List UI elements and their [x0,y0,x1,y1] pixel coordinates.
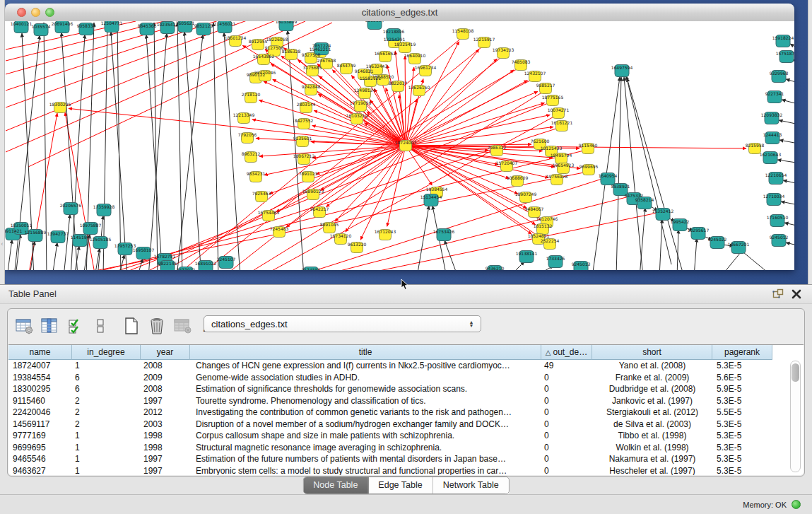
collapsed-panel-handle-icon[interactable]: ‹ [0,239,4,249]
graph-node-label: 16958107 [133,247,155,252]
graph-node-label: 20691406 [52,21,73,26]
cell-year: 1997 [141,453,190,465]
graph-node-label: 7792056 [238,132,257,137]
graph-edge [659,219,662,270]
select-all-icon [67,317,83,334]
cell-year: 1998 [141,430,190,442]
memory-status-indicator[interactable] [792,500,801,509]
graph-node-label: 16712043 [375,229,396,234]
table-row[interactable]: 911546021997Tourette syndrome. Phenomeno… [8,395,804,407]
graph-node-label: 8454749 [337,63,356,68]
table-row[interactable]: 946362711997Embryonic stem cells: a mode… [8,465,804,476]
column-header-pagerank[interactable]: pagerank [712,345,772,360]
graph-edge [7,240,12,270]
table-vertical-scrollbar[interactable] [790,361,801,472]
citation-graph[interactable]: 1872400718300295186012348912955182260589… [5,21,794,270]
graph-node-label: 19632443 [366,64,388,69]
cell-title: Structural magnetic resonance image aver… [190,442,541,454]
column-header-title[interactable]: title [190,345,541,360]
graph-node-label: 9245012 [770,235,789,240]
graph-node-label: 8186328 [282,49,301,54]
graph-node-label: 18226058 [266,37,288,42]
graph-node-label: 16754463 [258,210,280,215]
graph-edge [786,79,794,85]
table-row[interactable]: 946554611997Estimation of the future num… [8,453,804,465]
table-row[interactable]: 977716911998Corpus callosum shape and si… [8,430,804,442]
table-row[interactable]: 969969511998Structural magnetic resonanc… [8,442,804,454]
sort-ascending-icon: △ [546,349,551,356]
delete-column-button[interactable] [146,315,167,337]
graph-node-label: 2803144 [297,102,316,107]
graph-edge [52,243,57,270]
network-canvas[interactable]: 1872400718300295186012348912955182260589… [5,21,794,270]
table-row[interactable]: 1456911722003Disruption of a novel membe… [8,419,804,431]
column-header-year[interactable]: year [141,345,190,360]
graph-node-label: 11456021 [214,21,236,26]
tab-edge-table[interactable]: Edge Table [368,477,433,493]
new-table-button[interactable] [121,315,142,337]
graph-node-label: 2718120 [242,92,261,97]
table-row[interactable]: 1938455462009Genome-wide association stu… [8,372,804,384]
graph-node-label: 18775165 [542,95,564,100]
node-table[interactable]: namein_degreeyeartitle△out_de…shortpager… [8,344,804,475]
graph-edge [322,212,661,270]
scrollbar-thumb[interactable] [792,363,799,382]
cell-out_de: 0 [541,395,592,407]
toggle-rows-button[interactable] [90,315,111,337]
cell-pagerank: 5.3E-5 [712,430,772,442]
graph-node-label: 8845366 [138,23,157,28]
graph-node-label: 1640954 [599,173,618,178]
table-settings-button[interactable] [13,315,35,337]
close-panel-icon[interactable] [791,288,802,300]
graph-node-label: 18067212 [293,153,315,158]
table-row[interactable]: 1830029562008Estimation of significance … [8,383,804,395]
column-header-short[interactable]: short [592,345,712,360]
show-columns-button[interactable] [39,315,60,337]
cell-out_de: 0 [541,419,592,431]
tab-node-table[interactable]: Node Table [303,477,368,493]
float-panel-icon[interactable] [772,288,784,300]
tab-network-table[interactable]: Network Table [433,477,509,493]
graph-node-label: 9115460 [579,143,598,148]
table-selector-dropdown[interactable]: citations_edges.txt ▲▼ [204,315,481,332]
cell-short: Nakamura et al. (1997) [592,453,712,465]
graph-node-label: 3175685 [303,65,322,70]
graph-node-label: 9852123 [194,23,213,28]
cell-year: 2009 [141,372,190,384]
cell-name: 9777169 [8,430,72,442]
graph-node-label: 17160510 [767,215,789,220]
graph-node-label: 16120746 [536,216,558,221]
graph-node-label: 18350011 [11,223,33,228]
column-header-in_degree[interactable]: in_degree [72,345,141,360]
graph-node-label: 12093832 [761,112,783,117]
graph-node-label: 13942737 [47,231,69,236]
graph-node-label: 2245107 [217,257,236,262]
table-settings-icon [15,317,33,334]
graph-node-label: 7245463 [270,226,289,231]
graph-node-label: 8891045 [320,222,339,227]
graph-node-label: 7621600 [531,139,550,144]
graph-node-label: 20206576 [60,203,82,208]
graph-edge [346,146,406,232]
graph-node-label: 8215958 [746,143,765,148]
app-left-margin: ‹ [0,0,5,284]
graph-node-label: 19734103 [493,47,514,52]
graph-node-label: 8822037 [389,81,408,86]
graph-node-label: 19654923 [553,163,575,168]
column-header-out_de[interactable]: △out_de… [541,345,592,360]
network-window-titlebar[interactable]: citations_edges.txt [5,4,794,22]
table-row[interactable]: 2242004622012Investigating the contribut… [8,407,804,419]
table-row[interactable]: 1872400712008Changes of HCN gene express… [8,360,804,372]
table-toolbar: f (x) [13,313,223,339]
graph-node-label: 9834231 [247,171,266,176]
cell-out_de: 49 [541,360,592,372]
graph-node-label: 12505185 [90,237,112,242]
cell-pagerank: 5.3E-5 [712,453,772,465]
network-view-window[interactable]: citations_edges.txt 18724007183002951860… [5,4,794,270]
graph-node-label: 12504771 [101,21,123,25]
cell-year: 1997 [141,465,190,476]
select-all-button[interactable] [64,315,86,337]
app-right-margin [808,0,812,284]
column-header-name[interactable]: name [8,345,72,360]
cell-short: Jankovic et al. (1997) [592,395,712,407]
